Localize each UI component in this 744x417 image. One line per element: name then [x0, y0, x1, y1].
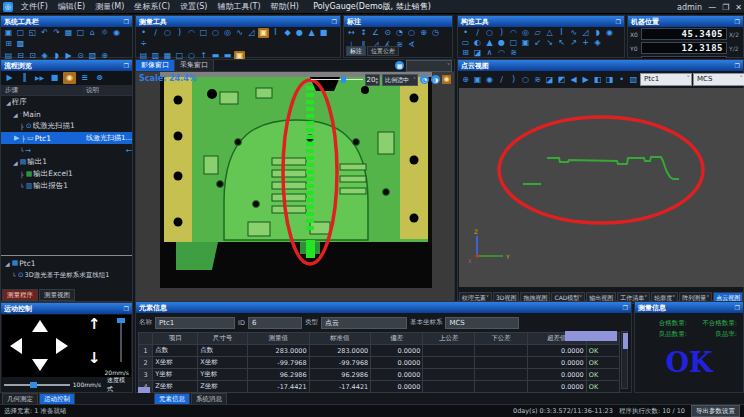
- tree-label-ptc1[interactable]: Ptc1: [35, 134, 86, 143]
- tool-icon[interactable]: ◉: [111, 28, 122, 38]
- tool-icon[interactable]: ◀: [568, 75, 579, 85]
- tool-icon[interactable]: •: [616, 75, 627, 85]
- display-settings-icon[interactable]: ▦: [395, 61, 404, 70]
- menu-item[interactable]: 坐标系(C): [129, 1, 175, 12]
- coordinate-system-field[interactable]: MCS: [445, 317, 519, 329]
- tree-label-main[interactable]: Main: [23, 110, 132, 119]
- table-row[interactable]: 1点数点数283.0000283.00000.00000.0000OK: [139, 345, 620, 357]
- tree-row[interactable]: └▥ 输出报告1: [1, 180, 132, 192]
- window-fit-icon[interactable]: ◑: [431, 75, 440, 84]
- tool-icon[interactable]: ◉: [604, 28, 615, 38]
- tool-icon[interactable]: ○: [162, 28, 173, 38]
- close-button[interactable]: ✕: [735, 3, 742, 12]
- insert-arrow-icon[interactable]: ←: [126, 146, 132, 155]
- minimize-button[interactable]: —: [708, 3, 716, 12]
- tree-row-selected[interactable]: ▶ ├ ▭ Ptc1 线激光扫描1...: [1, 132, 132, 144]
- panel-tab[interactable]: 系统消息: [191, 393, 227, 405]
- tool-icon[interactable]: ): [174, 28, 185, 38]
- tool-icon[interactable]: ∕: [496, 75, 507, 85]
- result-label-ptc1[interactable]: Ptc1: [19, 259, 132, 268]
- table-row[interactable]: 2X坐标X坐标-99.7968-99.79680.00000.0000OK: [139, 357, 620, 369]
- jog-left-button[interactable]: [10, 338, 22, 354]
- id-field[interactable]: 6: [248, 317, 302, 329]
- tool-icon[interactable]: ◠: [508, 28, 519, 38]
- tool-icon[interactable]: ◔: [394, 28, 405, 38]
- tool-icon[interactable]: □: [75, 28, 86, 38]
- tool-icon[interactable]: ≋: [532, 75, 543, 85]
- element-combo[interactable]: Ptc1: [640, 73, 692, 86]
- tool-icon[interactable]: ◿: [246, 28, 257, 38]
- tab-measure-view[interactable]: 测量视图: [39, 289, 75, 301]
- tool-icon[interactable]: ◧: [592, 75, 603, 85]
- tool-icon[interactable]: ⊕: [418, 28, 429, 38]
- result-tree-row[interactable]: ◢▦ Ptc1: [1, 257, 132, 269]
- menu-item[interactable]: 帮助(H): [266, 1, 304, 12]
- tool-icon[interactable]: ◠: [186, 28, 197, 38]
- tool-icon[interactable]: ▣: [520, 38, 531, 48]
- tool-icon[interactable]: □: [198, 28, 209, 38]
- window-icon[interactable]: ❐: [124, 62, 129, 69]
- tool-icon[interactable]: ○: [210, 28, 221, 38]
- tool-icon[interactable]: ▣: [258, 28, 269, 38]
- jog-z-down-button[interactable]: ↓: [88, 351, 101, 366]
- lock-view-icon[interactable]: ◉: [442, 75, 451, 84]
- tool-icon[interactable]: ∠: [370, 28, 381, 38]
- jog-z-up-button[interactable]: ↑: [88, 317, 101, 332]
- lock-icon[interactable]: ◉: [63, 72, 76, 84]
- tool-icon[interactable]: ▱: [532, 28, 543, 38]
- jog-right-button[interactable]: [56, 338, 68, 354]
- insert-arrow-icon[interactable]: →: [25, 146, 126, 155]
- tool-icon[interactable]: ▦: [63, 28, 74, 38]
- tool-icon[interactable]: ◎: [520, 28, 531, 38]
- z-speed-slider[interactable]: [120, 318, 122, 362]
- result-label-child[interactable]: 3D激光基于坐标系求直线组1: [25, 271, 133, 280]
- xy-speed-slider[interactable]: [4, 384, 70, 386]
- tool-icon[interactable]: ◪: [544, 75, 555, 85]
- tool-icon[interactable]: I: [556, 28, 567, 38]
- tool-icon[interactable]: ◆: [282, 28, 293, 38]
- tool-icon[interactable]: ▣: [472, 75, 483, 85]
- pin-icon[interactable]: ❐: [735, 62, 740, 69]
- expander-icon[interactable]: ◢: [5, 260, 10, 267]
- tool-icon[interactable]: +: [580, 38, 591, 48]
- annotate-tab[interactable]: 位置公差: [367, 46, 399, 56]
- tool-icon[interactable]: ∕: [472, 28, 483, 38]
- tool-icon[interactable]: ): [496, 28, 507, 38]
- tool-icon[interactable]: ◗: [592, 28, 603, 38]
- tool-icon[interactable]: ↔: [346, 28, 357, 38]
- tool-icon[interactable]: ◪: [472, 48, 483, 58]
- maximize-button[interactable]: ❐: [722, 3, 729, 12]
- tree-label-report[interactable]: 输出报告1: [33, 181, 132, 191]
- coordinate-system-combo[interactable]: MCS: [693, 73, 744, 86]
- pin-icon[interactable]: ❐: [623, 304, 628, 311]
- menu-item[interactable]: 文件(F): [16, 1, 53, 12]
- tree-row[interactable]: ├⊙ 线激光扫描1: [1, 120, 132, 132]
- tool-icon[interactable]: ∕: [150, 28, 161, 38]
- tool-icon[interactable]: ◿: [580, 28, 591, 38]
- tool-icon[interactable]: ◉: [484, 75, 495, 85]
- panel-tab[interactable]: 元素信息: [154, 393, 190, 405]
- tool-icon[interactable]: ◩: [556, 75, 567, 85]
- tool-icon[interactable]: ●: [496, 38, 507, 48]
- close-step-button[interactable]: ⊗: [93, 72, 106, 84]
- tool-icon[interactable]: ∢: [406, 40, 417, 50]
- play-button[interactable]: ▶: [3, 72, 16, 84]
- xy-speed-slider-handle[interactable]: [30, 382, 37, 388]
- tool-icon[interactable]: ▶: [580, 75, 591, 85]
- tool-icon[interactable]: ▧: [628, 75, 639, 85]
- tool-icon[interactable]: ▣: [3, 28, 14, 38]
- parameter-settings-button[interactable]: 导出参数设置: [691, 405, 740, 417]
- table-scrollbar-thumb[interactable]: [623, 333, 628, 349]
- pan-icon[interactable]: ◔: [420, 75, 429, 84]
- result-tree-row[interactable]: └⊙ 3D激光基于坐标系求直线组1: [1, 269, 132, 281]
- table-row[interactable]: 4Z坐标Z坐标-17.4421-17.44210.00000.0000OK: [139, 381, 620, 393]
- image-viewer[interactable]: Scale: 24.4% 20 ▴▾ 比例适中 ◔ ◑ ◉: [136, 72, 454, 301]
- tool-icon[interactable]: ◎: [222, 28, 233, 38]
- panel-tab[interactable]: 运动控制: [39, 393, 75, 405]
- speed-mode-label[interactable]: 速度模式: [107, 376, 129, 394]
- tree-row[interactable]: └ → ←: [1, 144, 132, 156]
- tree-row[interactable]: ◢ 程序: [1, 96, 132, 108]
- menu-item[interactable]: 测量(M): [90, 1, 129, 12]
- jog-up-button[interactable]: [32, 320, 48, 332]
- pin-icon[interactable]: ❐: [616, 18, 621, 25]
